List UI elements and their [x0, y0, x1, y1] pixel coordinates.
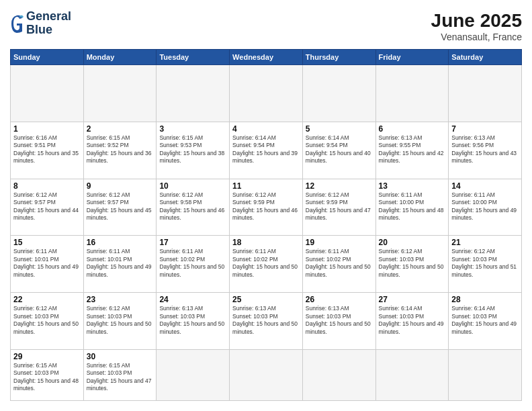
table-row: [157, 65, 230, 122]
day-number: 22: [13, 295, 81, 304]
day-number: 12: [306, 181, 373, 191]
table-row: [230, 65, 303, 122]
table-row: 14 Sunrise: 6:11 AM Sunset: 10:00 PM Day…: [449, 179, 522, 236]
cell-content: Sunrise: 6:12 AM Sunset: 10:03 PM Daylig…: [13, 305, 81, 336]
calendar-header-row: Sunday Monday Tuesday Wednesday Thursday…: [11, 50, 522, 65]
table-row: 17 Sunrise: 6:11 AM Sunset: 10:02 PM Day…: [157, 236, 230, 293]
logo: General Blue: [10, 10, 71, 37]
table-row: 12 Sunrise: 6:12 AM Sunset: 9:59 PM Dayl…: [302, 179, 375, 236]
col-friday: Friday: [375, 50, 449, 65]
cell-content: Sunrise: 6:15 AM Sunset: 10:03 PM Daylig…: [13, 362, 81, 393]
cell-content: Sunrise: 6:15 AM Sunset: 9:53 PM Dayligh…: [159, 134, 226, 165]
cell-content: Sunrise: 6:11 AM Sunset: 10:02 PM Daylig…: [159, 248, 226, 279]
cell-content: Sunrise: 6:13 AM Sunset: 9:55 PM Dayligh…: [379, 134, 446, 165]
cell-content: Sunrise: 6:11 AM Sunset: 10:01 PM Daylig…: [87, 248, 154, 279]
table-row: 25 Sunrise: 6:13 AM Sunset: 10:03 PM Day…: [230, 293, 303, 350]
cell-content: Sunrise: 6:12 AM Sunset: 10:03 PM Daylig…: [379, 248, 446, 279]
cell-content: Sunrise: 6:16 AM Sunset: 9:51 PM Dayligh…: [13, 134, 81, 165]
day-number: 30: [87, 352, 154, 361]
day-number: 6: [379, 124, 446, 134]
table-row: 1 Sunrise: 6:16 AM Sunset: 9:51 PM Dayli…: [11, 122, 84, 179]
cell-content: Sunrise: 6:13 AM Sunset: 10:03 PM Daylig…: [232, 305, 300, 336]
table-row: 24 Sunrise: 6:13 AM Sunset: 10:03 PM Day…: [157, 293, 230, 350]
cell-content: Sunrise: 6:11 AM Sunset: 10:01 PM Daylig…: [13, 248, 81, 279]
logo-text: General Blue: [26, 10, 71, 37]
cell-content: Sunrise: 6:15 AM Sunset: 10:03 PM Daylig…: [87, 362, 154, 393]
cell-content: Sunrise: 6:13 AM Sunset: 9:56 PM Dayligh…: [451, 134, 519, 165]
day-number: 15: [13, 238, 81, 247]
table-row: [157, 349, 230, 400]
calendar-table: Sunday Monday Tuesday Wednesday Thursday…: [10, 49, 522, 401]
day-number: 8: [13, 181, 81, 191]
day-number: 5: [306, 124, 373, 134]
col-saturday: Saturday: [449, 50, 522, 65]
cell-content: Sunrise: 6:12 AM Sunset: 9:59 PM Dayligh…: [232, 191, 300, 222]
day-number: 23: [87, 295, 154, 304]
page: General Blue June 2025 Venansault, Franc…: [0, 0, 532, 411]
cell-content: Sunrise: 6:12 AM Sunset: 9:59 PM Dayligh…: [306, 191, 373, 222]
cell-content: Sunrise: 6:12 AM Sunset: 9:58 PM Dayligh…: [159, 191, 226, 222]
day-number: 4: [232, 124, 300, 134]
col-sunday: Sunday: [11, 50, 84, 65]
day-number: 3: [159, 124, 226, 134]
day-number: 24: [159, 295, 226, 304]
day-number: 13: [379, 181, 446, 191]
table-row: [11, 65, 84, 122]
table-row: [302, 65, 375, 122]
table-row: [449, 65, 522, 122]
table-row: [375, 349, 449, 400]
table-row: 20 Sunrise: 6:12 AM Sunset: 10:03 PM Day…: [375, 236, 449, 293]
day-number: 10: [159, 181, 226, 191]
day-number: 25: [232, 295, 300, 304]
table-row: 16 Sunrise: 6:11 AM Sunset: 10:01 PM Day…: [83, 236, 157, 293]
table-row: 30 Sunrise: 6:15 AM Sunset: 10:03 PM Day…: [83, 349, 157, 400]
table-row: 2 Sunrise: 6:15 AM Sunset: 9:52 PM Dayli…: [83, 122, 157, 179]
table-row: 4 Sunrise: 6:14 AM Sunset: 9:54 PM Dayli…: [230, 122, 303, 179]
title-block: June 2025 Venansault, France: [431, 10, 522, 42]
day-number: 18: [232, 238, 300, 247]
day-number: 7: [451, 124, 519, 134]
day-number: 14: [451, 181, 519, 191]
table-row: [449, 349, 522, 400]
cell-content: Sunrise: 6:12 AM Sunset: 10:03 PM Daylig…: [451, 248, 519, 279]
table-row: 5 Sunrise: 6:14 AM Sunset: 9:54 PM Dayli…: [302, 122, 375, 179]
table-row: [375, 65, 449, 122]
table-row: 26 Sunrise: 6:13 AM Sunset: 10:03 PM Day…: [302, 293, 375, 350]
cell-content: Sunrise: 6:11 AM Sunset: 10:00 PM Daylig…: [451, 191, 519, 222]
table-row: 28 Sunrise: 6:14 AM Sunset: 10:03 PM Day…: [449, 293, 522, 350]
table-row: 6 Sunrise: 6:13 AM Sunset: 9:55 PM Dayli…: [375, 122, 449, 179]
cell-content: Sunrise: 6:13 AM Sunset: 10:03 PM Daylig…: [159, 305, 226, 336]
col-thursday: Thursday: [302, 50, 375, 65]
day-number: 9: [87, 181, 154, 191]
day-number: 16: [87, 238, 154, 247]
cell-content: Sunrise: 6:12 AM Sunset: 10:03 PM Daylig…: [87, 305, 154, 336]
logo-icon: [10, 14, 24, 33]
day-number: 2: [87, 124, 154, 134]
cell-content: Sunrise: 6:14 AM Sunset: 10:03 PM Daylig…: [451, 305, 519, 336]
cell-content: Sunrise: 6:14 AM Sunset: 10:03 PM Daylig…: [379, 305, 446, 336]
table-row: [83, 65, 157, 122]
cell-content: Sunrise: 6:12 AM Sunset: 9:57 PM Dayligh…: [87, 191, 154, 222]
cell-content: Sunrise: 6:14 AM Sunset: 9:54 PM Dayligh…: [232, 134, 300, 165]
cell-content: Sunrise: 6:13 AM Sunset: 10:03 PM Daylig…: [306, 305, 373, 336]
day-number: 17: [159, 238, 226, 247]
cell-content: Sunrise: 6:11 AM Sunset: 10:02 PM Daylig…: [306, 248, 373, 279]
table-row: 23 Sunrise: 6:12 AM Sunset: 10:03 PM Day…: [83, 293, 157, 350]
table-row: 13 Sunrise: 6:11 AM Sunset: 10:00 PM Day…: [375, 179, 449, 236]
table-row: 10 Sunrise: 6:12 AM Sunset: 9:58 PM Dayl…: [157, 179, 230, 236]
day-number: 1: [13, 124, 81, 134]
cell-content: Sunrise: 6:15 AM Sunset: 9:52 PM Dayligh…: [87, 134, 154, 165]
day-number: 21: [451, 238, 519, 247]
day-number: 11: [232, 181, 300, 191]
table-row: 7 Sunrise: 6:13 AM Sunset: 9:56 PM Dayli…: [449, 122, 522, 179]
cell-content: Sunrise: 6:12 AM Sunset: 9:57 PM Dayligh…: [13, 191, 81, 222]
table-row: 29 Sunrise: 6:15 AM Sunset: 10:03 PM Day…: [11, 349, 84, 400]
table-row: 27 Sunrise: 6:14 AM Sunset: 10:03 PM Day…: [375, 293, 449, 350]
month-title: June 2025: [431, 10, 522, 32]
cell-content: Sunrise: 6:11 AM Sunset: 10:02 PM Daylig…: [232, 248, 300, 279]
col-monday: Monday: [83, 50, 157, 65]
cell-content: Sunrise: 6:14 AM Sunset: 9:54 PM Dayligh…: [306, 134, 373, 165]
day-number: 26: [306, 295, 373, 304]
table-row: 9 Sunrise: 6:12 AM Sunset: 9:57 PM Dayli…: [83, 179, 157, 236]
col-wednesday: Wednesday: [230, 50, 303, 65]
